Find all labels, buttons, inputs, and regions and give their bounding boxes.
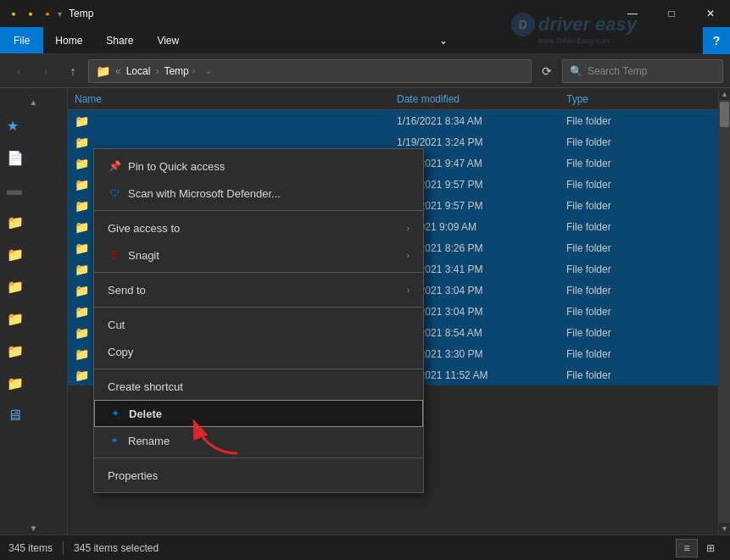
file-type-cell: File folder xyxy=(566,115,711,127)
details-view-button[interactable]: ≡ xyxy=(676,539,698,557)
folder-icon: 📁 xyxy=(75,136,89,149)
large-icons-view-button[interactable]: ⊞ xyxy=(699,539,722,557)
view-buttons: ≡ ⊞ xyxy=(676,539,722,557)
sidebar-folder-icon-6: 📁 xyxy=(7,311,24,327)
folder-icon: 📁 xyxy=(75,114,89,128)
folder-icon: 📁 xyxy=(75,305,89,319)
folder-icon: 📁 xyxy=(75,178,89,191)
item-count: 345 items xyxy=(8,542,53,554)
file-date-cell: 1/19/2021 3:24 PM xyxy=(397,136,566,148)
folder-icon-brown: ▪ xyxy=(41,7,54,20)
rename-icon: ✦ xyxy=(108,434,121,447)
sidebar-item-2[interactable]: ▬ xyxy=(0,175,67,205)
restore-button[interactable]: □ xyxy=(652,0,691,27)
ctx-pin-label: Pin to Quick access xyxy=(128,160,225,173)
status-bar: 345 items 345 items selected ≡ ⊞ xyxy=(0,535,730,560)
ctx-properties[interactable]: Properties xyxy=(94,462,423,489)
scrollbar-vertical[interactable]: ▲ ▼ xyxy=(718,88,730,535)
file-type-cell: File folder xyxy=(566,263,711,275)
ctx-pin[interactable]: 📌 Pin to Quick access xyxy=(94,152,423,180)
file-type-cell: File folder xyxy=(566,136,711,148)
up-button[interactable]: ↑ xyxy=(61,59,85,83)
sidebar-item-5[interactable]: 📁 xyxy=(0,271,67,302)
menu-view[interactable]: View xyxy=(145,27,191,53)
send-to-arrow: › xyxy=(407,286,410,295)
ctx-create-shortcut[interactable]: Create shortcut xyxy=(94,373,423,400)
menu-share[interactable]: Share xyxy=(94,27,145,53)
star-icon: ★ xyxy=(7,118,19,134)
sidebar-item-star[interactable]: ★ xyxy=(0,110,67,141)
back-button[interactable]: ‹ xyxy=(7,59,31,83)
sidebar-item-7[interactable]: 📁 xyxy=(0,335,67,366)
file-type-cell: File folder xyxy=(566,242,711,254)
sidebar-folder-icon-5: 📁 xyxy=(7,279,24,295)
column-name[interactable]: Name xyxy=(75,93,397,105)
folder-icon: 📁 xyxy=(75,347,89,361)
folder-icon: 📁 xyxy=(75,369,89,382)
sidebar: ▲ ★ 📄 ▬ 📁 📁 📁 📁 📁 📁 🖥 ▼ xyxy=(0,88,68,535)
scroll-down-arrow[interactable]: ▼ xyxy=(719,523,731,535)
file-type-cell: File folder xyxy=(566,158,711,169)
ctx-scan-label: Scan with Microsoft Defender... xyxy=(128,187,281,200)
quick-access-arrow: ▾ xyxy=(58,9,62,19)
ctx-snagit[interactable]: S Snagit › xyxy=(94,241,423,269)
help-button[interactable]: ? xyxy=(703,27,730,54)
ctx-rename[interactable]: ✦ Rename xyxy=(94,427,423,454)
sidebar-scroll-down[interactable]: ▼ xyxy=(0,521,67,535)
ctx-properties-label: Properties xyxy=(108,469,158,482)
scroll-up-arrow[interactable]: ▲ xyxy=(719,88,731,100)
sidebar-item-8[interactable]: 📁 xyxy=(0,368,67,398)
title-bar: ▪ ▪ ▪ ▾ Temp D driver easy www.DriverEas… xyxy=(0,0,730,27)
window-controls: — □ ✕ xyxy=(613,0,730,27)
sidebar-item-4[interactable]: 📁 xyxy=(0,239,67,269)
file-name-cell: 📁 xyxy=(75,114,397,128)
file-type-cell: File folder xyxy=(566,200,711,212)
pin-icon: 📌 xyxy=(108,159,121,173)
ctx-separator-4 xyxy=(94,369,423,369)
ctx-separator-1 xyxy=(94,210,423,211)
address-separator-1: « xyxy=(115,65,121,77)
scroll-track[interactable] xyxy=(719,100,730,523)
sidebar-folder-icon-4: 📁 xyxy=(7,247,24,263)
scroll-thumb[interactable] xyxy=(720,102,729,127)
minimize-button[interactable]: — xyxy=(613,0,652,27)
menu-home[interactable]: Home xyxy=(43,27,94,53)
folder-icon-orange: ▪ xyxy=(24,7,37,20)
folder-icon: 📁 xyxy=(75,326,89,340)
column-type[interactable]: Type xyxy=(566,93,711,105)
address-bar[interactable]: 📁 « Local › Temp › ⌄ xyxy=(88,59,532,83)
search-box[interactable]: 🔍 Search Temp xyxy=(562,59,723,83)
delete-icon: ✦ xyxy=(109,407,122,420)
refresh-button[interactable]: ⟳ xyxy=(535,59,559,83)
file-date-cell: 1/16/2021 8:34 AM xyxy=(397,115,566,127)
ctx-give-access[interactable]: Give access to › xyxy=(94,214,423,241)
ctx-delete[interactable]: ✦ Delete xyxy=(94,400,423,427)
ctx-send-to[interactable]: Send to › xyxy=(94,276,423,303)
sidebar-item-9[interactable]: 🖥 xyxy=(0,400,67,430)
file-type-cell: File folder xyxy=(566,348,711,360)
table-row[interactable]: 📁 1/16/2021 8:34 AM File folder xyxy=(68,110,718,131)
column-date[interactable]: Date modified xyxy=(397,93,566,105)
snagit-arrow: › xyxy=(407,251,410,260)
context-menu: 📌 Pin to Quick access 🛡 Scan with Micros… xyxy=(93,148,424,493)
sidebar-scroll-up[interactable]: ▲ xyxy=(0,95,67,108)
sidebar-folder-icon-7: 📁 xyxy=(7,343,24,359)
folder-icon: 📁 xyxy=(75,220,89,234)
address-dropdown-arrow: › xyxy=(192,66,195,75)
ctx-cut[interactable]: Cut xyxy=(94,311,423,338)
folder-icon-yellow: ▪ xyxy=(7,7,20,20)
forward-button[interactable]: › xyxy=(34,59,58,83)
snagit-icon: S xyxy=(108,248,121,262)
close-button[interactable]: ✕ xyxy=(691,0,730,27)
ctx-copy[interactable]: Copy xyxy=(94,338,423,365)
menu-chevron[interactable]: ⌄ xyxy=(439,35,454,47)
sidebar-item-3[interactable]: 📁 xyxy=(0,207,67,237)
menu-file[interactable]: File xyxy=(0,27,43,53)
ctx-snagit-label: Snagit xyxy=(128,249,159,262)
ctx-scan[interactable]: 🛡 Scan with Microsoft Defender... xyxy=(94,180,423,207)
search-icon: 🔍 xyxy=(570,65,582,77)
sidebar-item-6[interactable]: 📁 xyxy=(0,303,67,334)
ctx-copy-label: Copy xyxy=(108,346,133,358)
folder-icon: 📁 xyxy=(75,284,89,297)
sidebar-item-1[interactable]: 📄 xyxy=(0,142,67,173)
